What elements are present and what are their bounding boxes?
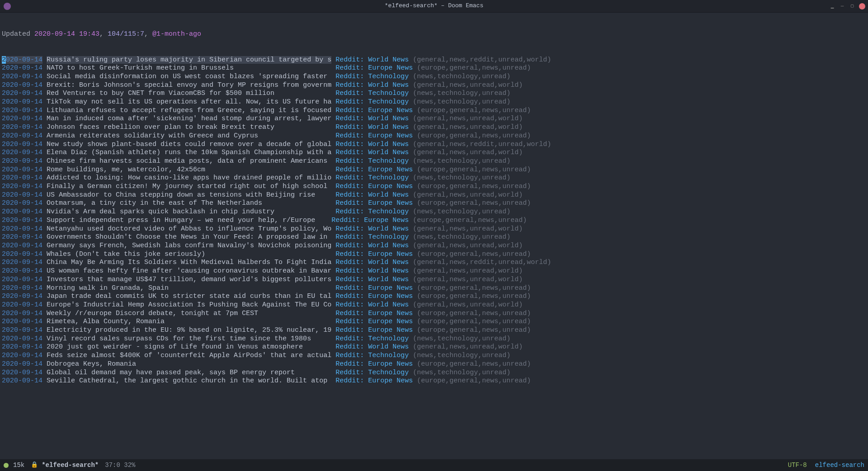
feed-entry[interactable]: 2020-09-14 Dobrogea Keys, Romania Reddit… [2, 360, 866, 369]
feed-entry[interactable]: 2020-09-14 Finally a German citizen! My … [2, 183, 866, 191]
entry-feed: Reddit: Technology [335, 208, 409, 216]
entry-date: 2020-09-14 [2, 98, 42, 106]
feed-entry[interactable]: 2020-09-14 China May Be Arming Its Soldi… [2, 259, 866, 267]
entry-title: Rimetea, Alba County, Romania [47, 318, 331, 325]
entry-title: Armenia reiterates solidarity with Greec… [47, 132, 331, 140]
feed-entry[interactable]: 2020-09-14 Morning walk in Granada, Spai… [2, 284, 866, 293]
entry-date: 2020-09-14 [2, 64, 42, 72]
feed-entry[interactable]: 2020-09-14 Japan trade deal commits UK t… [2, 292, 866, 301]
entry-date: 2020-09-14 [2, 335, 42, 343]
feed-entry[interactable]: 2020-09-14 US Ambassador to China steppi… [2, 191, 866, 200]
feed-entry[interactable]: 2020-09-14 Global oil demand may have pa… [2, 369, 866, 377]
feed-entry[interactable]: 2020-09-14 Support independent press in … [2, 217, 866, 225]
entry-date: 2020-09-14 [2, 73, 42, 80]
feed-entry[interactable]: 2020-09-14 Chinese firm harvests social … [2, 157, 866, 166]
entry-title: Elena Diaz (Spanish athlete) runs the 10… [47, 149, 331, 156]
feed-entry[interactable]: 2020-09-14 Vinyl record sales surpass CD… [2, 335, 866, 344]
entry-feed: Reddit: Technology [335, 369, 409, 377]
entry-date: 2020-09-14 [2, 369, 42, 377]
entry-tags: (europe,general,news,unread) [417, 360, 531, 368]
entry-date: 2020-09-14 [2, 292, 42, 300]
maximize2-icon[interactable]: ▢ [849, 3, 855, 9]
feed-entry[interactable]: 2020-09-14 US woman faces hefty fine aft… [2, 267, 866, 276]
entry-date: 2020-09-14 [2, 89, 42, 97]
feed-entry[interactable]: 2020-09-14 Russia's ruling party loses m… [2, 56, 866, 65]
feed-entry[interactable]: 2020-09-14 Armenia reiterates solidarity… [2, 132, 866, 141]
feed-entry[interactable]: 2020-09-14 Germany says French, Swedish … [2, 242, 866, 250]
entry-feed: Reddit: Europe News [335, 326, 413, 334]
entry-tags: (news,technology,unread) [413, 174, 510, 182]
feed-entry[interactable]: 2020-09-14 Europe's Industrial Hemp Asso… [2, 301, 866, 310]
entry-date: 2020-09-14 [2, 81, 42, 89]
minimize-icon[interactable]: ▁ [829, 3, 835, 9]
elfeed-buffer[interactable]: Updated 2020-09-14 19:43, 104/115:7, @1-… [0, 13, 868, 394]
feed-entry[interactable]: 2020-09-14 Lithuania refuses to accept r… [2, 107, 866, 115]
entry-tags: (general,news,unread,world) [413, 225, 523, 233]
feed-entry[interactable]: 2020-09-14 Addicted to losing: How casin… [2, 174, 866, 183]
modeline: 15k 🔒 *elfeed-search* 37:0 32% UTF-8 elf… [0, 459, 868, 471]
entry-feed: Reddit: Technology [335, 98, 409, 106]
entry-title: Global oil demand may have passed peak, … [47, 369, 331, 377]
close-icon[interactable] [859, 3, 865, 9]
feed-entry[interactable]: 2020-09-14 Electricity produced in the E… [2, 326, 866, 335]
entry-title: Governments Shouldn't Choose the News in… [47, 233, 331, 241]
entry-feed: Reddit: Europe News [331, 217, 409, 224]
feed-entry[interactable]: 2020-09-14 Seville Cathedral, the larges… [2, 377, 866, 386]
feed-entry[interactable]: 2020-09-14 Social media disinformation o… [2, 73, 866, 81]
entry-title: Seville Cathedral, the largest gothic ch… [47, 377, 331, 385]
entry-date: 2020-09-14 [2, 115, 42, 122]
feed-entry[interactable]: 2020-09-14 Nvidia's Arm deal sparks quic… [2, 208, 866, 217]
entry-feed: Reddit: World News [335, 141, 409, 148]
feed-entry[interactable]: 2020-09-14 TikTok may not sell its US op… [2, 98, 866, 107]
feed-entry[interactable]: 2020-09-14 Brexit: Boris Johnson's speci… [2, 81, 866, 90]
feed-entry[interactable]: 2020-09-14 2020 just got weirder - signs… [2, 343, 866, 352]
entry-date: 2020-09-14 [2, 360, 42, 368]
entry-date: 2020-09-14 [2, 267, 42, 275]
entry-title: Finally a German citizen! My journey sta… [47, 183, 331, 190]
feed-entry[interactable]: 2020-09-14 Investors that manage US$47 t… [2, 276, 866, 284]
feed-entry[interactable]: 2020-09-14 Rome buildings, me, watercolo… [2, 166, 866, 174]
entry-title: Johnson faces rebellion over plan to bre… [47, 123, 331, 131]
feed-entry[interactable]: 2020-09-14 New study shows plant-based d… [2, 141, 866, 149]
entry-tags: (news,technology,unread) [413, 352, 510, 359]
entry-tags: (europe,general,news,unread) [417, 326, 531, 334]
entry-date: 2020-09-14 [2, 259, 42, 266]
entry-date: 2020-09-14 [2, 343, 42, 351]
feed-entry[interactable]: 2020-09-14 Johnson faces rebellion over … [2, 123, 866, 132]
entry-tags: (general,news,unread,world) [413, 267, 523, 275]
entry-tags: (europe,general,news,unread) [413, 217, 527, 224]
entry-tags: (europe,general,news,unread) [417, 250, 531, 258]
entry-title: Russia's ruling party loses majority in … [47, 56, 331, 64]
feed-entry[interactable]: 2020-09-14 Elena Diaz (Spanish athlete) … [2, 149, 866, 157]
feed-entry[interactable]: 2020-09-14 Whales (Don't take this joke … [2, 250, 866, 259]
entry-feed: Reddit: Europe News [335, 64, 413, 72]
entry-feed: Reddit: Technology [335, 157, 409, 165]
feed-entry[interactable]: 2020-09-14 Netanyahu used doctored video… [2, 225, 866, 234]
entry-title: Morning walk in Granada, Spain [47, 284, 331, 292]
feed-entry[interactable]: 2020-09-14 NATO to host Greek-Turkish me… [2, 64, 866, 73]
feed-entry[interactable]: 2020-09-14 Man in induced coma after 'si… [2, 115, 866, 123]
entry-title: Addicted to losing: How casino-like apps… [47, 174, 331, 182]
feed-entry[interactable]: 2020-09-14 Rimetea, Alba County, Romania… [2, 318, 866, 326]
entry-tags: (europe,general,news,unread) [417, 107, 531, 114]
encoding: UTF-8 [788, 461, 807, 470]
entry-feed: Reddit: World News [335, 56, 409, 64]
entry-title: Feds seize almost $400K of 'counterfeit … [47, 352, 331, 359]
feed-entry[interactable]: 2020-09-14 Ootmarsum, a tiny city in the… [2, 199, 866, 208]
entry-list[interactable]: 2020-09-14 Russia's ruling party loses m… [2, 56, 866, 386]
feed-entry[interactable]: 2020-09-14 Governments Shouldn't Choose … [2, 233, 866, 242]
entry-title: Dobrogea Keys, Romania [47, 360, 331, 368]
entry-feed: Reddit: Technology [335, 73, 409, 80]
entry-feed: Reddit: World News [335, 301, 409, 309]
elfeed-header: Updated 2020-09-14 19:43, 104/115:7, @1-… [2, 30, 866, 39]
feed-entry[interactable]: 2020-09-14 Red Ventures to buy CNET from… [2, 89, 866, 98]
entry-tags: (news,technology,unread) [413, 98, 510, 106]
entry-feed: Reddit: World News [335, 123, 409, 131]
entry-tags: (general,news,unread,world) [413, 276, 523, 283]
entry-tags: (europe,general,news,unread) [417, 310, 531, 317]
maximize-icon[interactable]: — [839, 3, 845, 9]
feed-entry[interactable]: 2020-09-14 Weekly /r/europe Discord deba… [2, 310, 866, 318]
feed-entry[interactable]: 2020-09-14 Feds seize almost $400K of 'c… [2, 352, 866, 360]
entry-tags: (general,news,unread,world) [413, 115, 523, 122]
entry-tags: (general,news,unread,world) [413, 81, 523, 89]
